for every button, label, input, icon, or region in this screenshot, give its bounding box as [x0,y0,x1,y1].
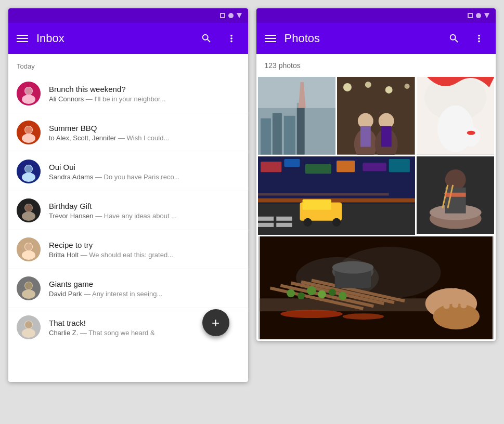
email-sender: Sandra Adams [49,173,93,181]
photos-grid [256,77,496,341]
email-sender: to Alex, Scott, Jennifer [49,134,116,142]
svg-point-19 [25,243,32,250]
svg-point-2 [22,95,35,104]
svg-rect-63 [276,216,292,220]
photos-title: Photos [285,32,438,45]
email-body: Birthday Gift Trevor Hansen — Have any i… [49,202,240,220]
svg-point-23 [25,282,32,289]
svg-point-11 [25,165,32,173]
email-meta: Britta Holt — We should eat this: grated… [49,251,240,259]
email-preview: — Any interest in seeing... [84,290,162,298]
svg-point-95 [338,292,346,300]
svg-point-60 [303,218,312,226]
inbox-title: Inbox [36,32,190,45]
email-item-birthday[interactable]: Birthday Gift Trevor Hansen — Have any i… [8,191,248,230]
avatar [17,315,41,339]
svg-point-10 [22,173,35,182]
status-bar [8,8,248,23]
status-icon-triangle [484,13,489,18]
email-meta: Trevor Hansen — Have any ideas about ... [49,212,240,220]
email-meta: Ali Connors — I'll be in your neighbor..… [49,95,240,103]
email-preview: — Have any ideas about ... [95,212,177,220]
inbox-panel: Inbox Today [8,8,248,382]
menu-icon[interactable] [265,35,276,42]
svg-rect-70 [337,161,355,172]
photo-cell-lucky-cat[interactable] [417,77,495,155]
email-sender: Charlie Z. [49,329,78,337]
avatar [17,237,41,261]
svg-point-27 [25,321,32,328]
email-sender: Ali Connors [49,95,84,103]
email-sender: Britta Holt [49,251,79,259]
email-subject: Giants game [49,280,240,288]
svg-point-38 [343,83,352,91]
photo-cell-tower[interactable] [258,77,336,155]
svg-rect-77 [445,187,466,213]
email-sender: David Park [49,290,82,298]
svg-rect-31 [272,113,281,155]
svg-point-90 [287,289,295,297]
svg-rect-56 [258,198,415,202]
search-icon[interactable] [198,30,215,47]
svg-rect-44 [360,126,371,147]
svg-rect-67 [261,162,281,172]
inbox-content: Today Brunch this weekend? Ali Connors [8,54,248,382]
svg-point-92 [307,286,316,295]
svg-point-22 [22,289,35,299]
more-vert-icon[interactable] [471,30,487,47]
svg-rect-65 [276,222,292,227]
status-icon-square [220,13,225,18]
email-preview: — I'll be in your neighbor... [86,95,166,103]
email-preview: — That song we heard & [80,329,155,337]
email-sender: Trevor Hansen [49,212,94,220]
svg-rect-69 [305,164,331,174]
photos-panel: Photos 123 photos [256,8,496,341]
svg-rect-72 [389,159,409,172]
email-body: Giants game David Park — Any interest in… [49,280,240,298]
email-preview: — We should eat this: grated... [81,251,173,259]
email-preview: — Wish I could... [118,134,169,142]
svg-point-41 [405,84,410,89]
email-list: Brunch this weekend? Ali Connors — I'll … [8,74,248,347]
svg-point-61 [332,218,340,226]
photo-cell-crowd[interactable] [337,77,415,155]
email-subject: Birthday Gift [49,202,240,210]
svg-point-94 [328,288,335,296]
svg-point-26 [22,328,35,338]
email-item-brunch[interactable]: Brunch this weekend? Ali Connors — I'll … [8,74,248,113]
svg-point-7 [25,126,32,134]
svg-rect-62 [258,216,274,220]
email-item-recipe[interactable]: Recipe to try Britta Holt — We should ea… [8,230,248,269]
email-body: Recipe to try Britta Holt — We should ea… [49,241,240,259]
avatar [17,276,41,300]
status-icon-square [468,13,473,18]
photo-cell-skewers[interactable] [258,236,495,340]
photos-app-bar: Photos [256,23,496,54]
email-subject: Oui Oui [49,163,240,171]
email-body: Summer BBQ to Alex, Scott, Jennifer — Wi… [49,124,240,142]
email-subject: Summer BBQ [49,124,240,132]
avatar [17,198,41,222]
email-item-giants[interactable]: Giants game David Park — Any interest in… [8,269,248,308]
section-today: Today [8,54,248,74]
email-meta: David Park — Any interest in seeing... [49,290,240,298]
email-body: Brunch this weekend? Ali Connors — I'll … [49,85,240,103]
svg-rect-101 [452,288,458,308]
svg-point-18 [22,250,35,260]
avatar [17,160,41,183]
search-icon[interactable] [446,30,462,47]
svg-point-39 [365,82,371,88]
avatar [17,82,41,105]
svg-rect-71 [363,163,386,171]
email-item-ouioui[interactable]: Oui Oui Sandra Adams — Do you have Paris… [8,152,248,191]
status-icon-circle [228,13,234,18]
menu-icon[interactable] [17,35,28,42]
photo-cell-noodles[interactable] [417,156,495,234]
svg-rect-33 [296,103,304,155]
photo-cell-street[interactable] [258,156,415,235]
svg-rect-100 [443,290,449,309]
email-item-bbq[interactable]: Summer BBQ to Alex, Scott, Jennifer — Wi… [8,113,248,152]
more-vert-icon[interactable] [223,30,240,47]
svg-point-40 [385,86,393,94]
fab-compose[interactable]: + [202,309,229,336]
